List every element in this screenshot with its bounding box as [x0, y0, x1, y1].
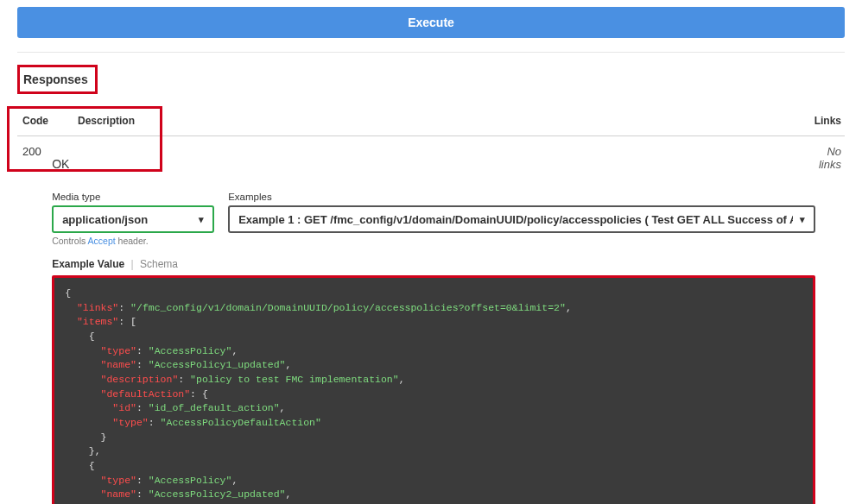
responses-table: Code Description Links 200 OK Media type…	[17, 115, 845, 504]
th-description: Description	[78, 115, 793, 127]
th-links: Links	[793, 115, 845, 127]
example-json-codeblock: { "links": "/fmc_config/v1/domain/Domain…	[52, 275, 815, 504]
chevron-down-icon: ▾	[800, 214, 805, 225]
divider	[17, 52, 845, 53]
tab-example-value[interactable]: Example Value	[52, 258, 124, 270]
media-type-select[interactable]: application/json ▾	[52, 205, 214, 233]
media-type-label: Media type	[52, 192, 214, 202]
th-code: Code	[17, 115, 78, 127]
status-text: OK	[52, 145, 815, 176]
examples-label: Examples	[228, 192, 815, 202]
chevron-down-icon: ▾	[199, 214, 204, 225]
status-code: 200	[17, 145, 52, 504]
execute-button[interactable]: Execute	[17, 7, 845, 38]
media-type-helper: Controls Accept header.	[52, 236, 214, 246]
examples-value: Example 1 : GET /fmc_config/v1/domain/Do…	[238, 213, 793, 226]
links-cell: No links	[815, 145, 845, 504]
examples-select[interactable]: Example 1 : GET /fmc_config/v1/domain/Do…	[228, 205, 815, 233]
tab-separator: |	[131, 258, 134, 270]
media-type-value: application/json	[62, 213, 148, 226]
tab-schema[interactable]: Schema	[140, 258, 178, 270]
responses-heading: Responses	[17, 65, 98, 94]
